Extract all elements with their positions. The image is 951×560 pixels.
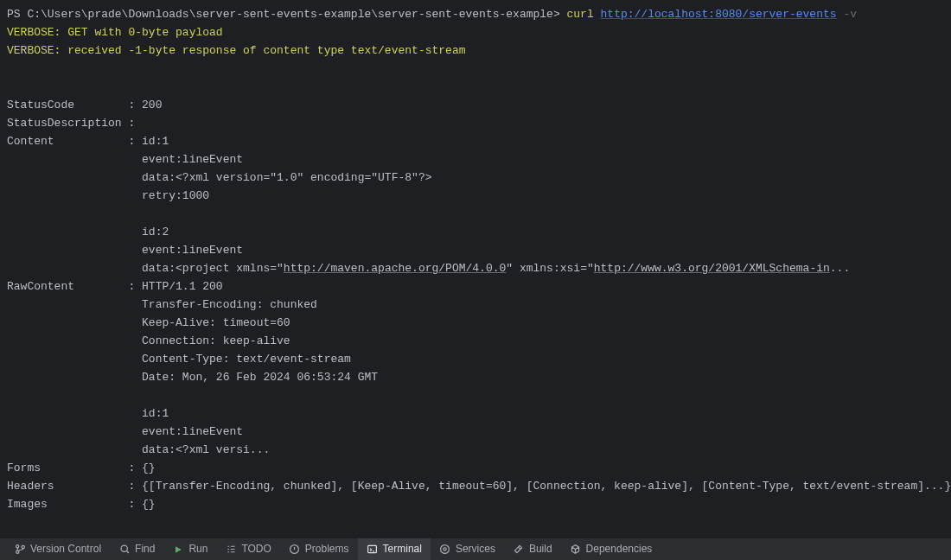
tab-label: Find xyxy=(135,540,155,558)
svg-point-7 xyxy=(441,545,450,554)
tab-todo[interactable]: TODO xyxy=(216,538,279,561)
blank-line xyxy=(7,78,944,96)
tab-run[interactable]: Run xyxy=(163,538,216,561)
blank-line xyxy=(7,386,944,404)
forms-line: Forms : {} xyxy=(7,459,944,477)
prompt-line: PS C:\Users\prade\Downloads\server-sent-… xyxy=(7,5,944,23)
svg-rect-5 xyxy=(368,545,377,552)
blank-line xyxy=(7,205,944,223)
curl-flag: -v xyxy=(837,8,857,21)
verbose-line-2: VERBOSE: received -1-byte response of co… xyxy=(7,41,944,60)
svg-point-2 xyxy=(22,545,24,548)
status-description-line: StatusDescription : xyxy=(7,114,944,132)
content-line: data:<project xmlns="http://maven.apache… xyxy=(7,259,944,277)
verbose-line-1: VERBOSE: GET with 0-byte payload xyxy=(7,23,944,41)
rawcontent-line: RawContent : HTTP/1.1 200 xyxy=(7,277,944,296)
content-line: data:<?xml version="1.0" encoding="UTF-8… xyxy=(7,169,944,187)
rawcontent-line: event:lineEvent xyxy=(7,423,944,441)
content-line: event:lineEvent xyxy=(7,150,944,169)
tab-problems[interactable]: Problems xyxy=(280,538,358,561)
content-line: event:lineEvent xyxy=(7,241,944,259)
rawcontent-line: Connection: keep-alive xyxy=(7,332,944,350)
search-icon xyxy=(118,544,131,556)
status-code-line: StatusCode : 200 xyxy=(7,96,944,114)
svg-point-6 xyxy=(444,548,446,550)
rawcontent-line: data:<?xml versi... xyxy=(7,441,944,459)
tab-services[interactable]: Services xyxy=(431,538,504,561)
tab-label: Run xyxy=(188,540,207,558)
svg-point-0 xyxy=(16,545,18,548)
prompt-path: C:\Users\prade\Downloads\server-sent-eve… xyxy=(27,8,559,21)
content-line: id:2 xyxy=(7,223,944,241)
hammer-icon xyxy=(513,544,525,556)
headers-line: Headers : {[Transfer-Encoding, chunked],… xyxy=(7,477,944,495)
tab-label: Problems xyxy=(305,540,349,558)
tab-dependencies[interactable]: Dependencies xyxy=(561,538,661,561)
play-icon xyxy=(172,544,184,556)
rawcontent-line: Date: Mon, 26 Feb 2024 06:53:24 GMT xyxy=(7,368,944,386)
content-line: retry:1000 xyxy=(7,187,944,205)
tab-label: TODO xyxy=(241,540,271,558)
maven-url-link[interactable]: http://maven.apache.org/POM/4.0.0 xyxy=(284,262,506,275)
content-line: Content : id:1 xyxy=(7,132,944,150)
svg-point-1 xyxy=(16,550,18,553)
rawcontent-line: Content-Type: text/event-stream xyxy=(7,350,944,368)
warning-icon xyxy=(289,544,301,556)
package-icon xyxy=(570,544,582,556)
tab-find[interactable]: Find xyxy=(110,538,163,561)
tab-label: Terminal xyxy=(383,540,422,558)
request-url[interactable]: http://localhost:8080/server-events xyxy=(601,8,837,21)
tab-build[interactable]: Build xyxy=(504,538,561,561)
prompt-prefix: PS xyxy=(7,8,27,21)
terminal-icon xyxy=(367,544,379,556)
services-icon xyxy=(439,544,451,556)
tab-label: Dependencies xyxy=(586,540,653,558)
terminal-output[interactable]: PS C:\Users\prade\Downloads\server-sent-… xyxy=(0,0,951,538)
list-icon xyxy=(225,544,237,556)
curl-command: curl xyxy=(560,8,601,21)
tab-terminal[interactable]: Terminal xyxy=(358,538,431,561)
bottom-tool-bar: Version Control Find Run TODO Problems T… xyxy=(0,538,951,560)
tab-label: Build xyxy=(529,540,552,558)
rawcontent-line: Transfer-Encoding: chunked xyxy=(7,296,944,314)
images-line: Images : {} xyxy=(7,495,944,513)
tab-label: Services xyxy=(456,540,495,558)
xsi-url-link[interactable]: http://www.w3.org/2001/XMLSchema-in xyxy=(594,262,830,275)
tab-label: Version Control xyxy=(30,540,101,558)
blank-line xyxy=(7,60,944,78)
svg-point-3 xyxy=(121,545,127,551)
rawcontent-line: id:1 xyxy=(7,404,944,423)
branch-icon xyxy=(14,544,26,556)
rawcontent-line: Keep-Alive: timeout=60 xyxy=(7,314,944,332)
tab-version-control[interactable]: Version Control xyxy=(5,538,110,561)
